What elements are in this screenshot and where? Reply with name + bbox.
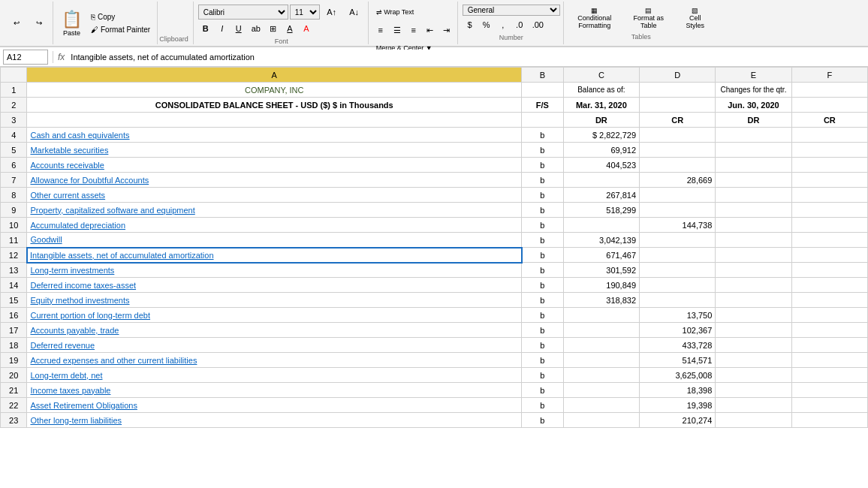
cell-b2[interactable]: F/S <box>522 98 564 113</box>
cell-e19[interactable] <box>716 353 791 368</box>
cell-c4[interactable]: $ 2,822,729 <box>563 128 639 143</box>
italic-button[interactable]: I <box>215 21 230 36</box>
cell-e8[interactable] <box>716 188 791 203</box>
cell-e7[interactable] <box>716 173 791 188</box>
cell-c13[interactable]: 301,592 <box>563 263 639 278</box>
col-header-e[interactable]: E <box>716 68 791 83</box>
cell-a2[interactable]: CONSOLIDATED BALANCE SHEET - USD ($) $ i… <box>27 98 522 113</box>
cell-d9[interactable] <box>640 203 716 218</box>
cell-b17[interactable]: b <box>522 323 564 338</box>
comma-button[interactable]: , <box>496 17 511 32</box>
row-header-15[interactable]: 15 <box>1 293 27 308</box>
cell-f1[interactable] <box>791 83 867 98</box>
cell-d19[interactable]: 514,571 <box>640 353 716 368</box>
row-header-12[interactable]: 12 <box>1 248 27 263</box>
row-header-1[interactable]: 1 <box>1 83 27 98</box>
cell-d20[interactable]: 3,625,008 <box>640 368 716 383</box>
cell-e2[interactable]: Jun. 30, 2020 <box>716 98 791 113</box>
number-format-select[interactable]: General <box>463 5 560 16</box>
cell-e21[interactable] <box>716 383 791 398</box>
cell-a8[interactable]: Other current assets <box>27 188 522 203</box>
cell-a15[interactable]: Equity method investments <box>27 293 522 308</box>
cell-f12[interactable] <box>791 248 867 263</box>
redo-button[interactable]: ↪ <box>29 5 50 41</box>
row-header-8[interactable]: 8 <box>1 188 27 203</box>
row-header-23[interactable]: 23 <box>1 413 27 428</box>
cell-b20[interactable]: b <box>522 368 564 383</box>
row-header-14[interactable]: 14 <box>1 278 27 293</box>
cell-a12[interactable]: Intangible assets, net of accumulated am… <box>27 248 522 263</box>
cell-a7[interactable]: Allowance for Doubtful Accounts <box>27 173 522 188</box>
cell-f2[interactable] <box>791 98 867 113</box>
cell-e5[interactable] <box>716 143 791 158</box>
cell-f5[interactable] <box>791 143 867 158</box>
conditional-formatting-button[interactable]: ▦ Conditional Formatting <box>568 5 621 32</box>
fill-color-button[interactable]: A <box>282 21 297 36</box>
row-header-9[interactable]: 9 <box>1 203 27 218</box>
row-header-20[interactable]: 20 <box>1 368 27 383</box>
col-header-c[interactable]: C <box>563 68 639 83</box>
cell-e14[interactable] <box>716 278 791 293</box>
font-color-button[interactable]: A <box>299 21 314 36</box>
cell-b19[interactable]: b <box>522 353 564 368</box>
cell-c19[interactable] <box>563 353 639 368</box>
cell-a17[interactable]: Accounts payable, trade <box>27 323 522 338</box>
cell-a11[interactable]: Goodwill <box>27 233 522 248</box>
cell-styles-button[interactable]: ▧ Cell Styles <box>677 5 714 32</box>
increase-indent-button[interactable]: ⇥ <box>439 23 454 38</box>
cell-f4[interactable] <box>791 128 867 143</box>
cell-f9[interactable] <box>791 203 867 218</box>
cell-a23[interactable]: Other long-term liabilities <box>27 413 522 428</box>
increase-font-button[interactable]: A↑ <box>321 5 342 19</box>
cell-a19[interactable]: Accrued expenses and other current liabi… <box>27 353 522 368</box>
row-header-6[interactable]: 6 <box>1 158 27 173</box>
cell-e3[interactable]: DR <box>716 113 791 128</box>
increase-decimal-button[interactable]: .00 <box>529 17 547 32</box>
cell-d14[interactable] <box>640 278 716 293</box>
cell-c23[interactable] <box>563 413 639 428</box>
cell-b1[interactable] <box>522 83 564 98</box>
cell-f17[interactable] <box>791 323 867 338</box>
cell-c21[interactable] <box>563 383 639 398</box>
cell-c22[interactable] <box>563 398 639 413</box>
decrease-indent-button[interactable]: ⇤ <box>423 23 438 38</box>
cell-f16[interactable] <box>791 308 867 323</box>
cell-c12[interactable]: 671,467 <box>563 248 639 263</box>
row-header-3[interactable]: 3 <box>1 113 27 128</box>
cell-d8[interactable] <box>640 188 716 203</box>
cell-e13[interactable] <box>716 263 791 278</box>
cell-a20[interactable]: Long-term debt, net <box>27 368 522 383</box>
cell-f15[interactable] <box>791 293 867 308</box>
cell-b9[interactable]: b <box>522 203 564 218</box>
cell-a6[interactable]: Accounts receivable <box>27 158 522 173</box>
strikethrough-button[interactable]: ab <box>248 21 264 36</box>
cell-e22[interactable] <box>716 398 791 413</box>
cell-b12[interactable]: b <box>522 248 564 263</box>
cell-d18[interactable]: 433,728 <box>640 338 716 353</box>
cell-d15[interactable] <box>640 293 716 308</box>
cell-b21[interactable]: b <box>522 383 564 398</box>
cell-a21[interactable]: Income taxes payable <box>27 383 522 398</box>
cell-d6[interactable] <box>640 158 716 173</box>
cell-b22[interactable]: b <box>522 398 564 413</box>
cell-c8[interactable]: 267,814 <box>563 188 639 203</box>
cell-b8[interactable]: b <box>522 188 564 203</box>
cell-e4[interactable] <box>716 128 791 143</box>
cell-d10[interactable]: 144,738 <box>640 218 716 233</box>
cell-d5[interactable] <box>640 143 716 158</box>
row-header-13[interactable]: 13 <box>1 263 27 278</box>
row-header-17[interactable]: 17 <box>1 323 27 338</box>
cell-b6[interactable]: b <box>522 158 564 173</box>
cell-b4[interactable]: b <box>522 128 564 143</box>
cell-e16[interactable] <box>716 308 791 323</box>
cell-e9[interactable] <box>716 203 791 218</box>
paste-button[interactable]: 📋 Paste <box>58 8 86 39</box>
cell-e12[interactable] <box>716 248 791 263</box>
cell-f19[interactable] <box>791 353 867 368</box>
cell-c15[interactable]: 318,832 <box>563 293 639 308</box>
cell-d21[interactable]: 18,398 <box>640 383 716 398</box>
wrap-text-button[interactable]: ⇌ Wrap Text <box>373 5 417 20</box>
cell-e10[interactable] <box>716 218 791 233</box>
col-header-b[interactable]: B <box>522 68 564 83</box>
align-left-button[interactable]: ≡ <box>373 23 388 38</box>
